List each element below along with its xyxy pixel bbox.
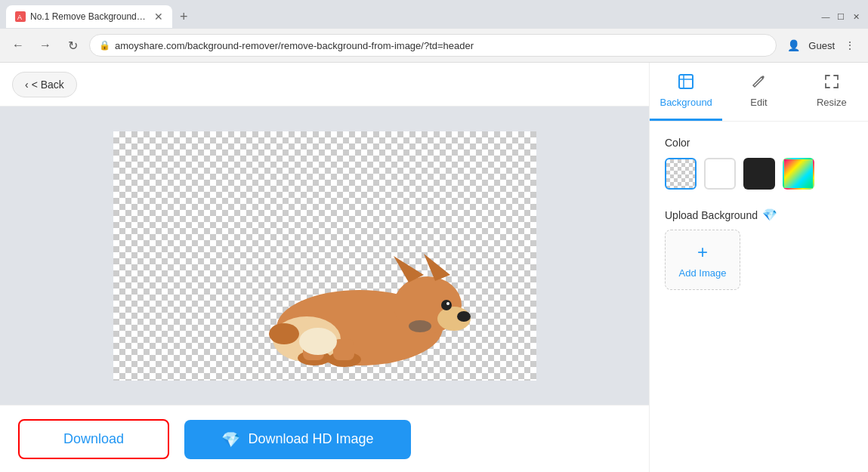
browser-actions: 👤 Guest ⋮ xyxy=(783,35,860,56)
download-button[interactable]: Download xyxy=(18,419,169,459)
download-hd-button-label: Download HD Image xyxy=(248,431,373,447)
add-image-button[interactable]: + Add Image xyxy=(665,230,740,290)
back-nav-button[interactable]: ← xyxy=(8,35,29,56)
tab-title: No.1 Remove Background from xyxy=(30,11,147,22)
active-tab[interactable]: A No.1 Remove Background from ✕ xyxy=(6,5,172,28)
forward-nav-button[interactable]: → xyxy=(35,35,56,56)
back-chevron-icon: ‹ xyxy=(25,79,29,91)
add-plus-icon: + xyxy=(697,242,708,263)
color-section-label: Color xyxy=(665,137,853,149)
tab-background-label: Background xyxy=(659,97,712,108)
image-canvas xyxy=(113,131,536,381)
tab-close-icon[interactable]: ✕ xyxy=(154,11,163,23)
tab-resize[interactable]: Resize xyxy=(795,63,868,121)
window-minimize-button[interactable]: — xyxy=(820,11,832,23)
app-container: ‹ < Back xyxy=(0,63,868,472)
back-button-label: < Back xyxy=(32,79,64,91)
tab-edit-label: Edit xyxy=(750,97,767,108)
panel-tabs: Background Edit Resize xyxy=(650,63,868,122)
url-bar[interactable]: 🔒 amoyshare.com/background-remover/remov… xyxy=(89,34,777,57)
url-text: amoyshare.com/background-remover/remove-… xyxy=(115,40,767,51)
toolbar: ‹ < Back xyxy=(0,63,649,106)
swatch-white[interactable] xyxy=(704,158,736,190)
main-area: ‹ < Back xyxy=(0,63,649,472)
svg-text:A: A xyxy=(17,14,22,20)
new-tab-button[interactable]: + xyxy=(175,9,193,25)
upload-background-text: Upload Background xyxy=(665,209,758,221)
add-image-label: Add Image xyxy=(679,267,727,279)
dog-image xyxy=(261,199,473,381)
color-swatches xyxy=(665,158,853,190)
panel-content: Color Upload Background 💎 + Add Image xyxy=(650,122,868,472)
tab-resize-label: Resize xyxy=(817,97,847,108)
browser-chrome: A No.1 Remove Background from ✕ + — ☐ ✕ … xyxy=(0,0,868,63)
swatch-transparent[interactable] xyxy=(665,158,697,190)
profile-label: Guest xyxy=(808,40,835,51)
diamond-icon: 💎 xyxy=(221,430,240,449)
window-maximize-button[interactable]: ☐ xyxy=(835,11,847,23)
address-bar: ← → ↻ 🔒 amoyshare.com/background-remover… xyxy=(0,29,868,62)
svg-rect-17 xyxy=(679,75,693,88)
lock-icon: 🔒 xyxy=(99,40,110,51)
back-button[interactable]: ‹ < Back xyxy=(12,72,77,97)
reload-button[interactable]: ↻ xyxy=(62,35,83,56)
menu-button[interactable]: ⋮ xyxy=(839,35,860,56)
bottom-bar: Download 💎 Download HD Image xyxy=(0,405,649,472)
profile-button[interactable]: 👤 xyxy=(783,35,804,56)
svg-point-7 xyxy=(446,302,449,305)
premium-icon: 💎 xyxy=(762,208,777,222)
background-tab-icon xyxy=(678,73,694,94)
edit-tab-icon xyxy=(750,73,767,94)
svg-point-16 xyxy=(409,320,431,332)
svg-point-15 xyxy=(299,328,337,355)
svg-point-14 xyxy=(269,323,299,344)
swatch-gradient[interactable] xyxy=(783,158,814,190)
download-hd-button[interactable]: 💎 Download HD Image xyxy=(184,420,411,459)
download-button-label: Download xyxy=(63,431,124,446)
canvas-area xyxy=(0,106,649,405)
tab-background[interactable]: Background xyxy=(650,63,722,121)
title-bar: A No.1 Remove Background from ✕ + — ☐ ✕ xyxy=(0,0,868,29)
window-controls: — ☐ ✕ xyxy=(820,11,862,23)
window-close-button[interactable]: ✕ xyxy=(850,11,862,23)
right-panel: Background Edit Resize xyxy=(649,63,868,472)
upload-background-label: Upload Background 💎 xyxy=(665,208,853,222)
svg-point-6 xyxy=(441,300,452,310)
svg-point-5 xyxy=(457,311,471,322)
resize-tab-icon xyxy=(823,73,840,94)
tab-favicon: A xyxy=(15,11,26,22)
swatch-black[interactable] xyxy=(743,158,775,190)
tab-edit[interactable]: Edit xyxy=(722,63,795,121)
